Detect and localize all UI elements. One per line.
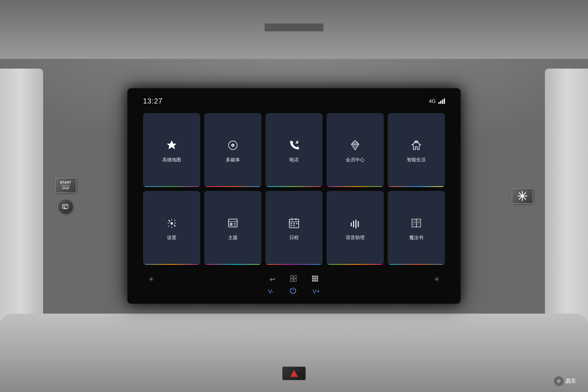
back-icon[interactable]: ↩ <box>268 274 277 285</box>
svg-rect-31 <box>296 223 298 224</box>
ac-button[interactable] <box>512 188 533 204</box>
signal-bar-1 <box>438 102 440 104</box>
book-icon <box>408 215 424 231</box>
start-stop-button[interactable]: START ENGINE STOP <box>55 178 76 193</box>
settings-icon <box>164 215 180 231</box>
svg-rect-56 <box>314 280 316 282</box>
media-label: 多媒体 <box>226 156 240 163</box>
svg-rect-19 <box>415 141 418 143</box>
svg-rect-50 <box>314 276 316 277</box>
diamond-icon <box>347 138 363 153</box>
svg-rect-22 <box>230 223 232 226</box>
hazard-triangle-icon <box>290 370 298 377</box>
snowflake-left-icon[interactable]: ✳ <box>147 274 156 284</box>
svg-rect-33 <box>293 225 295 226</box>
svg-point-13 <box>232 145 234 146</box>
app-theme[interactable]: 主题 <box>204 191 262 265</box>
signal-bars <box>438 98 445 104</box>
svg-rect-24 <box>234 224 236 226</box>
app-voice-assistant[interactable]: 语音助理 <box>326 191 384 265</box>
clock-display: 13:27 <box>143 97 163 105</box>
hazard-button-area <box>282 366 306 380</box>
theme-label: 主题 <box>228 234 238 241</box>
toolbar-center: ↩ <box>268 274 320 285</box>
right-side-panel <box>545 68 588 324</box>
member-label: 会员中心 <box>346 156 364 163</box>
start-label: START <box>60 181 71 184</box>
magic-label: 魔法书 <box>409 234 423 241</box>
svg-rect-47 <box>290 279 293 282</box>
status-bar: 13:27 4G <box>139 94 449 107</box>
app-smart-life[interactable]: 智能生活 <box>388 113 445 187</box>
voice-icon <box>347 215 363 231</box>
bottom-toolbar: ✳ ↩ <box>139 271 449 300</box>
svg-rect-52 <box>312 278 314 280</box>
svg-rect-0 <box>62 204 68 208</box>
schedule-label: 日程 <box>289 234 299 241</box>
svg-rect-46 <box>294 276 296 278</box>
phone-icon <box>286 138 302 153</box>
svg-rect-49 <box>312 276 314 277</box>
toolbar-row-bottom: V- V+ <box>268 287 320 296</box>
car-interior: START ENGINE STOP <box>0 0 588 392</box>
svg-rect-54 <box>316 278 318 280</box>
network-label: 4G <box>429 98 436 104</box>
svg-rect-53 <box>314 278 316 280</box>
signal-bar-4 <box>444 98 445 104</box>
svg-rect-23 <box>234 223 236 224</box>
svg-rect-29 <box>290 223 292 224</box>
app-phone[interactable]: 电话 <box>266 113 322 187</box>
svg-rect-55 <box>312 280 314 282</box>
svg-rect-51 <box>316 276 318 277</box>
svg-rect-45 <box>290 276 293 278</box>
screen-icon <box>62 203 70 211</box>
app-gaode-maps[interactable]: 高德地图 <box>143 113 200 187</box>
main-infotainment-screen: 13:27 4G <box>128 88 460 304</box>
svg-rect-1 <box>64 208 67 209</box>
gaode-icon <box>164 138 180 153</box>
grid-icon[interactable] <box>310 274 320 285</box>
snowflake-right-icon[interactable]: ✳ <box>432 274 441 284</box>
signal-bar-2 <box>440 101 442 104</box>
theme-icon <box>225 215 241 231</box>
left-side-panel <box>0 68 43 324</box>
watermark: © 易车 <box>554 376 576 386</box>
app-grid: 高德地图 多媒体 <box>139 107 449 271</box>
gaode-label: 高德地图 <box>162 156 181 163</box>
svg-rect-3 <box>63 206 65 208</box>
dashboard-lower <box>0 314 588 392</box>
home-icon <box>408 138 424 153</box>
app-schedule[interactable]: 日程 <box>266 191 322 265</box>
power-button[interactable] <box>289 287 297 296</box>
smart-label: 智能生活 <box>407 156 426 163</box>
watermark-logo: © <box>554 376 564 386</box>
toolbar-row-top: ✳ ↩ <box>139 274 449 285</box>
stop-label: STOP <box>62 187 69 190</box>
media-icon <box>225 138 241 153</box>
svg-rect-2 <box>62 205 68 206</box>
top-vent <box>264 24 324 31</box>
watermark-text: 易车 <box>565 378 576 385</box>
svg-rect-57 <box>316 280 318 282</box>
app-magic-book[interactable]: 魔法书 <box>388 191 445 265</box>
voice-label: 语音助理 <box>346 234 364 241</box>
app-settings[interactable]: 设置 <box>143 191 200 265</box>
svg-point-8 <box>521 195 524 197</box>
signal-area: 4G <box>429 98 445 104</box>
svg-rect-48 <box>294 279 296 282</box>
svg-marker-9 <box>167 140 176 149</box>
app-multimedia[interactable]: 多媒体 <box>204 113 262 187</box>
snowflake-icon <box>516 190 528 202</box>
svg-rect-32 <box>290 225 292 226</box>
volume-down-button[interactable]: V- <box>268 288 274 295</box>
settings-label: 设置 <box>167 234 176 241</box>
app-member-center[interactable]: 会员中心 <box>326 113 384 187</box>
svg-rect-30 <box>293 223 295 224</box>
phone-label: 电话 <box>289 156 299 163</box>
volume-up-button[interactable]: V+ <box>312 288 320 295</box>
hazard-button[interactable] <box>282 366 306 380</box>
split-screen-icon[interactable] <box>288 274 298 285</box>
screen-content: 13:27 4G <box>128 88 460 304</box>
signal-bar-3 <box>442 100 443 104</box>
screen-toggle-button[interactable] <box>58 199 74 214</box>
